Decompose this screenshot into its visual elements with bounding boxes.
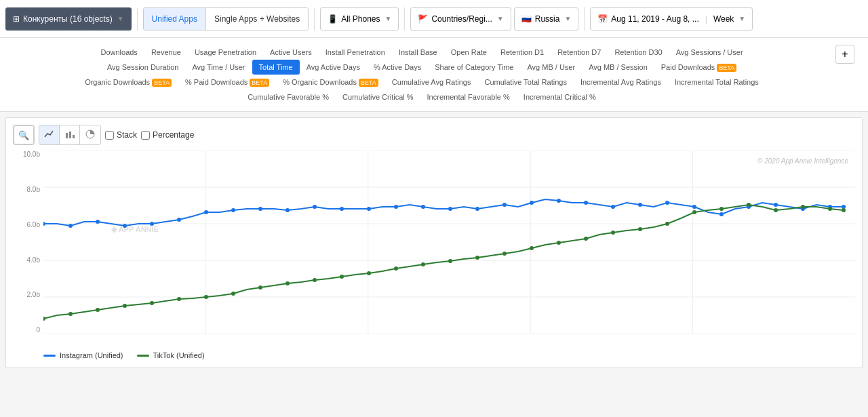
svg-point-48 xyxy=(774,203,778,207)
svg-point-35 xyxy=(421,205,425,209)
legend-item: TikTok (Unified) xyxy=(137,351,205,359)
svg-point-81 xyxy=(828,207,832,211)
stack-checkbox-label[interactable]: Stack xyxy=(105,130,137,140)
metric-button[interactable]: Downloads xyxy=(94,45,144,60)
countries-button[interactable]: 🚩 Countries/Regi... ▼ xyxy=(410,7,511,31)
zoom-button[interactable]: 🔍 xyxy=(14,125,34,144)
russia-flag-icon: 🇷🇺 xyxy=(521,14,532,24)
metric-button[interactable]: Total Time xyxy=(252,60,300,75)
metrics-row: DownloadsRevenueUsage PenetrationActive … xyxy=(14,45,830,60)
svg-point-66 xyxy=(421,262,425,266)
date-range-button[interactable]: 📅 Aug 11, 2019 - Aug 8, ... | Week ▼ xyxy=(590,7,753,31)
metric-button[interactable]: Organic DownloadsBETA xyxy=(78,75,178,90)
single-apps-tab[interactable]: Single Apps + Websites xyxy=(206,8,308,30)
metric-button[interactable]: Open Rate xyxy=(444,45,494,60)
chart-svg: ◈ APP ANNIE Aug 11, 2019 Oct 20, 2019 De… xyxy=(43,151,855,334)
svg-point-77 xyxy=(719,207,724,211)
metric-button[interactable]: Incremental Critical % xyxy=(517,90,603,104)
chart-zoom-group: 🔍 xyxy=(13,125,35,145)
unified-apps-tab[interactable]: Unified Apps xyxy=(144,8,206,30)
svg-point-70 xyxy=(530,246,534,250)
zoom-icon: 🔍 xyxy=(18,130,29,140)
pie-chart-button[interactable] xyxy=(80,125,100,144)
svg-point-73 xyxy=(611,231,615,235)
svg-point-60 xyxy=(258,285,262,290)
metric-button[interactable]: Install Penetration xyxy=(319,45,392,60)
metric-button[interactable]: Retention D30 xyxy=(608,45,669,60)
beta-badge: BETA xyxy=(152,79,172,87)
russia-caret-icon: ▼ xyxy=(564,15,571,22)
svg-point-36 xyxy=(448,207,452,211)
percentage-checkbox-label[interactable]: Percentage xyxy=(141,130,194,140)
svg-point-40 xyxy=(557,199,561,203)
app-type-segment: Unified Apps Single Apps + Websites xyxy=(143,7,309,31)
chart-type-group xyxy=(39,125,101,145)
y-axis-label: 8.0b xyxy=(27,186,40,193)
metric-button[interactable]: Avg MB / Session xyxy=(582,60,654,75)
bar-icon xyxy=(64,129,75,142)
svg-point-68 xyxy=(475,256,479,260)
phones-label: All Phones xyxy=(341,14,380,24)
metric-button[interactable]: Retention D7 xyxy=(551,45,608,60)
metric-button[interactable]: % Organic DownloadsBETA xyxy=(276,75,385,90)
metric-button[interactable]: Paid DownloadsBETA xyxy=(654,60,743,75)
stack-checkbox[interactable] xyxy=(105,131,114,140)
metric-button[interactable]: Avg Active Days xyxy=(300,60,367,75)
metric-button[interactable]: Avg Sessions / User xyxy=(669,45,750,60)
metric-button[interactable]: Active Users xyxy=(263,45,319,60)
bar-chart-button[interactable] xyxy=(60,125,80,144)
metric-button[interactable]: Cumulative Favorable % xyxy=(241,90,336,104)
svg-text:◈ APP ANNIE: ◈ APP ANNIE xyxy=(111,225,159,233)
metric-button[interactable]: Install Base xyxy=(392,45,444,60)
svg-point-57 xyxy=(177,297,181,301)
svg-point-61 xyxy=(285,281,290,285)
legend-item: Instagram (Unified) xyxy=(43,351,123,359)
divider-2 xyxy=(314,7,315,31)
metric-button[interactable]: Avg Session Duration xyxy=(100,60,186,75)
metric-button[interactable]: Incremental Avg Ratings xyxy=(574,75,668,90)
svg-point-64 xyxy=(367,271,371,275)
svg-point-32 xyxy=(340,207,344,211)
svg-point-78 xyxy=(747,203,751,207)
legend-label: TikTok (Unified) xyxy=(153,351,205,359)
svg-point-44 xyxy=(665,201,669,205)
svg-point-24 xyxy=(123,224,127,228)
metric-button[interactable]: % Paid DownloadsBETA xyxy=(178,75,276,90)
metric-button[interactable]: Avg MB / User xyxy=(520,60,582,75)
svg-point-76 xyxy=(692,210,696,214)
svg-rect-0 xyxy=(66,133,68,138)
stack-label: Stack xyxy=(117,130,137,140)
metric-button[interactable]: Cumulative Total Ratings xyxy=(477,75,573,90)
metric-button[interactable]: Cumulative Avg Ratings xyxy=(385,75,478,90)
metric-button[interactable]: Incremental Total Ratings xyxy=(668,75,766,90)
metrics-container: DownloadsRevenueUsage PenetrationActive … xyxy=(0,38,868,112)
metric-button[interactable]: Usage Penetration xyxy=(188,45,263,60)
metric-button[interactable]: Retention D1 xyxy=(494,45,551,60)
metric-button[interactable]: Avg Time / User xyxy=(185,60,252,75)
competitors-button[interactable]: ⊞ Конкуренты (16 objects) ▼ xyxy=(5,7,132,31)
phones-button[interactable]: 📱 All Phones ▼ xyxy=(320,7,399,31)
add-metric-button[interactable]: + xyxy=(835,45,854,64)
metric-button[interactable]: Revenue xyxy=(144,45,188,60)
russia-label: Russia xyxy=(535,14,560,24)
y-axis-label: 4.0b xyxy=(27,256,40,264)
metric-button[interactable]: Share of Category Time xyxy=(428,60,520,75)
svg-point-26 xyxy=(177,218,181,222)
pie-icon xyxy=(85,129,96,142)
svg-point-23 xyxy=(96,220,100,224)
metric-button[interactable]: Incremental Favorable % xyxy=(420,90,517,104)
svg-point-39 xyxy=(530,201,534,205)
period-label: Week xyxy=(713,14,734,24)
legend-color xyxy=(43,355,56,357)
svg-point-54 xyxy=(96,308,100,312)
metric-button[interactable]: Cumulative Critical % xyxy=(336,90,420,104)
svg-point-29 xyxy=(258,207,262,211)
line-chart-button[interactable] xyxy=(39,125,60,144)
percentage-checkbox[interactable] xyxy=(141,131,150,140)
svg-point-27 xyxy=(204,210,208,214)
svg-point-52 xyxy=(43,317,45,321)
metric-button[interactable]: % Active Days xyxy=(367,60,428,75)
phone-icon: 📱 xyxy=(328,14,338,24)
svg-point-45 xyxy=(692,205,696,209)
russia-button[interactable]: 🇷🇺 Russia ▼ xyxy=(514,7,579,31)
